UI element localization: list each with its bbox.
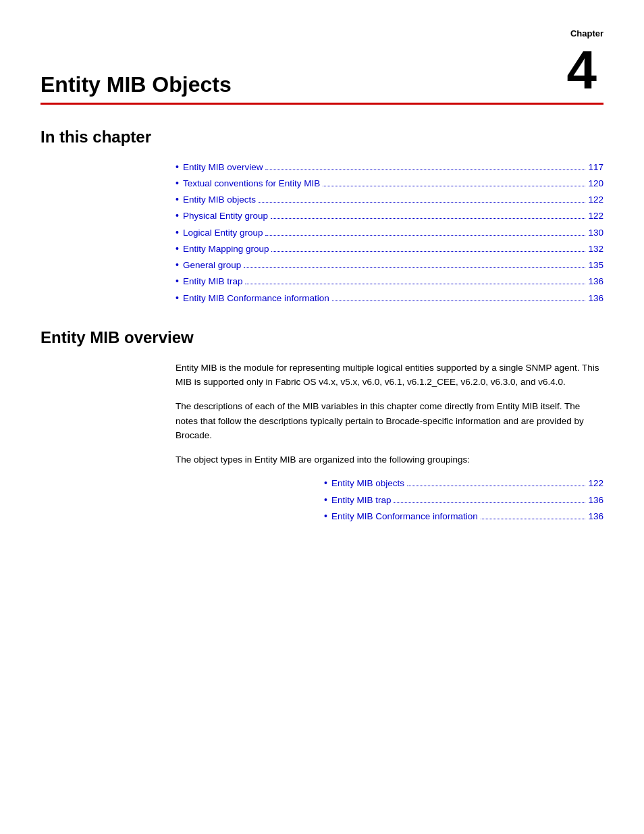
sub-toc-bullet-icon: • (324, 509, 327, 523)
page-container: Chapter Entity MIB Objects 4 In this cha… (0, 0, 644, 577)
toc-dots (271, 251, 585, 252)
sub-toc-item[interactable]: •Entity MIB Conformance information136 (324, 509, 603, 523)
toc-dots (259, 202, 586, 203)
sub-toc-dots (407, 486, 586, 486)
toc-link[interactable]: Entity MIB overview (183, 161, 263, 174)
entity-mib-overview-body: Entity MIB is the module for representin… (176, 361, 603, 523)
toc-page-number: 136 (588, 292, 603, 305)
toc-page-number: 117 (588, 161, 603, 174)
toc-page-number: 122 (588, 209, 603, 223)
toc-link[interactable]: General group (183, 259, 241, 272)
sub-toc-page-number: 136 (588, 494, 603, 507)
sub-toc-dots (481, 519, 586, 519)
toc-dots (244, 267, 585, 268)
sub-toc-bullet-icon: • (324, 476, 327, 490)
chapter-label: Chapter (41, 27, 603, 41)
toc-dots (245, 284, 585, 284)
toc-link[interactable]: Entity MIB objects (183, 193, 256, 207)
sub-toc-dots (394, 502, 585, 503)
toc-dots (332, 301, 586, 301)
toc-link[interactable]: Entity MIB trap (183, 275, 243, 288)
toc-link[interactable]: Logical Entity group (183, 226, 263, 240)
toc-bullet-icon: • (176, 291, 179, 305)
toc-bullet-icon: • (176, 176, 179, 190)
toc-link[interactable]: Physical Entity group (183, 209, 268, 223)
toc-page-number: 122 (588, 193, 603, 207)
toc-link[interactable]: Entity Mapping group (183, 242, 269, 256)
entity-mib-overview-heading: Entity MIB overview (41, 325, 603, 350)
toc-page-number: 120 (588, 177, 603, 190)
toc-bullet-icon: • (176, 209, 179, 223)
sub-toc-list: •Entity MIB objects122•Entity MIB trap13… (324, 476, 603, 523)
chapter-title: Entity MIB Objects (41, 73, 232, 97)
toc-list: •Entity MIB overview117•Textual conventi… (176, 160, 603, 305)
in-this-chapter-heading: In this chapter (41, 125, 603, 149)
overview-paragraph-1: Entity MIB is the module for representin… (176, 361, 603, 390)
toc-page-number: 136 (588, 275, 603, 288)
toc-item[interactable]: •Physical Entity group122 (176, 209, 603, 223)
toc-bullet-icon: • (176, 226, 179, 240)
toc-dots (265, 235, 585, 236)
sub-toc-link[interactable]: Entity MIB Conformance information (331, 510, 478, 523)
sub-toc-item[interactable]: •Entity MIB objects122 (324, 476, 603, 490)
sub-toc-page-number: 122 (588, 477, 603, 490)
chapter-title-row: Entity MIB Objects 4 (41, 43, 603, 97)
chapter-number: 4 (567, 43, 597, 97)
toc-item[interactable]: •Logical Entity group130 (176, 226, 603, 240)
toc-item[interactable]: •Entity Mapping group132 (176, 242, 603, 256)
toc-item[interactable]: •Entity MIB Conformance information136 (176, 291, 603, 305)
overview-paragraph-2: The descriptions of each of the MIB vari… (176, 399, 603, 443)
toc-bullet-icon: • (176, 160, 179, 174)
chapter-divider (41, 103, 603, 105)
sub-toc-page-number: 136 (588, 510, 603, 523)
sub-toc-bullet-icon: • (324, 493, 327, 507)
toc-bullet-icon: • (176, 242, 179, 256)
toc-item[interactable]: •Textual conventions for Entity MIB120 (176, 176, 603, 190)
toc-dots (265, 170, 585, 170)
toc-dots (271, 218, 586, 219)
toc-dots (323, 186, 585, 186)
toc-link[interactable]: Textual conventions for Entity MIB (183, 177, 320, 190)
toc-bullet-icon: • (176, 192, 179, 207)
toc-link[interactable]: Entity MIB Conformance information (183, 292, 329, 305)
toc-item[interactable]: •Entity MIB trap136 (176, 274, 603, 288)
entity-mib-overview-section: Entity MIB overview Entity MIB is the mo… (41, 325, 603, 523)
toc-page-number: 135 (588, 259, 603, 272)
in-this-chapter-section: In this chapter •Entity MIB overview117•… (41, 125, 603, 305)
toc-item[interactable]: •Entity MIB objects122 (176, 192, 603, 207)
sub-toc-link[interactable]: Entity MIB trap (331, 494, 392, 507)
sub-toc-item[interactable]: •Entity MIB trap136 (324, 493, 603, 507)
sub-toc-link[interactable]: Entity MIB objects (331, 477, 404, 490)
toc-bullet-icon: • (176, 258, 179, 272)
toc-item[interactable]: •Entity MIB overview117 (176, 160, 603, 174)
toc-bullet-icon: • (176, 274, 179, 288)
toc-page-number: 132 (588, 242, 603, 256)
toc-page-number: 130 (588, 226, 603, 240)
overview-paragraph-3: The object types in Entity MIB are organ… (176, 452, 603, 467)
toc-item[interactable]: •General group135 (176, 258, 603, 272)
